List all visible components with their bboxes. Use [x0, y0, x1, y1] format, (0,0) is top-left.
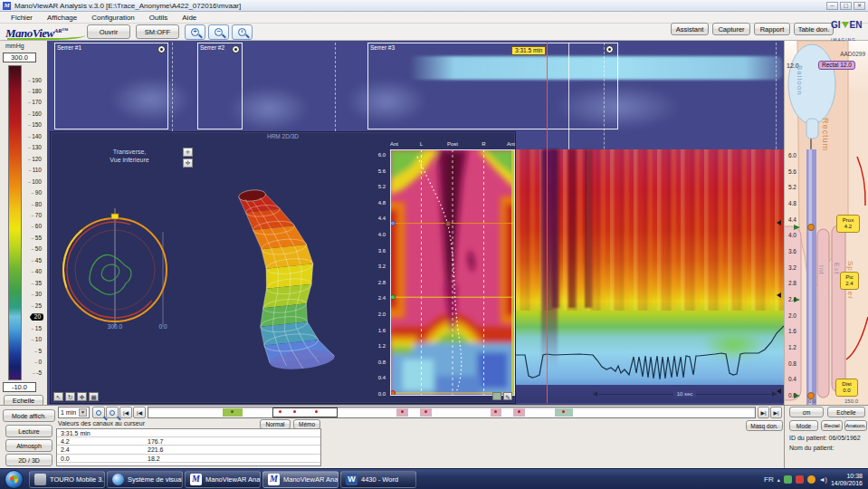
timeline-marker[interactable] [555, 408, 573, 417]
close-icon[interactable]: ✕ [854, 2, 865, 10]
sm-off-button[interactable]: SM:OFF [136, 24, 179, 39]
rapport-button[interactable]: Rapport [754, 23, 790, 35]
dist-badge[interactable]: Dist0.0 [835, 379, 858, 397]
sleeve-snapshot-icon[interactable] [492, 392, 501, 400]
interval-zoom-out-button[interactable] [106, 407, 119, 418]
taskbar-item-manoviewar-ana-[interactable]: MManoViewAR Ana... [262, 471, 339, 488]
scale-tick-150: 150 [28, 121, 42, 129]
anatomy-tick-2.4: 2.4 [784, 296, 796, 302]
echelle-right-button[interactable]: Echelle [827, 407, 865, 417]
timeline-marker[interactable] [491, 408, 501, 417]
region-settings-icon[interactable] [157, 45, 166, 53]
menu-fichier[interactable]: Fichier [4, 12, 40, 24]
language-indicator[interactable]: FR [764, 475, 774, 484]
timeline-view-window[interactable] [272, 408, 338, 417]
taskbar-item-4430-word[interactable]: W4430 - Word [340, 471, 416, 488]
rectal-badge[interactable]: Rectal 12.0 [818, 61, 855, 70]
timeline-marker[interactable] [420, 408, 432, 417]
region-serrer-1[interactable]: Serrer #1 [54, 43, 168, 129]
maximize-icon[interactable]: ▢ [840, 2, 852, 10]
menu-configuration[interactable]: Configuration [84, 12, 142, 24]
menu-affichage[interactable]: Affichage [40, 12, 84, 24]
channel-arrow-icon[interactable] [777, 388, 781, 394]
move-tool-icon[interactable]: ✥ [77, 392, 87, 401]
next-marker-button[interactable]: ▶| [758, 407, 769, 418]
network-icon[interactable] [784, 475, 792, 484]
pic-badge[interactable]: Pic2.4 [840, 272, 859, 290]
capturer-button[interactable]: Capturer [712, 23, 750, 35]
zoom-out-button[interactable]: − [208, 24, 229, 40]
prox-badge[interactable]: Prox4.2 [836, 215, 860, 233]
assistant-button[interactable]: Assistant [671, 23, 709, 35]
skip-end-button[interactable]: ▶| [770, 407, 782, 418]
menu-outils[interactable]: Outils [142, 12, 175, 24]
skip-start-button[interactable]: |◀ [119, 407, 132, 418]
cm-button[interactable]: cm [789, 407, 824, 417]
save-view-icon[interactable]: ▦ [89, 392, 99, 401]
sleeve-tick-3.6: 3.6 [378, 248, 386, 254]
zoom-previous-button[interactable]: ‹ [232, 24, 253, 40]
scale-tick-80: 80 [32, 201, 42, 208]
channel-arrow-icon[interactable] [777, 220, 781, 225]
sleeve-settings-icon[interactable]: ✎ [503, 392, 512, 400]
pressure-3d-mesh[interactable] [205, 176, 377, 384]
atmosph-button[interactable]: Atmosph [5, 439, 52, 452]
hrm-3d-window[interactable]: HRM 2D/3D Transverse,Vue inférieure ✛ ✜ … [50, 131, 516, 404]
scale-min-box[interactable]: -10.0 [3, 382, 36, 392]
mode-affich--button[interactable]: Mode affich. [3, 409, 55, 422]
anatomy-panel[interactable]: AAD0299 12.0 Rectal 12.0 Balloon Rectum … [784, 41, 868, 405]
pressure-heatmap[interactable]: 10 sec [516, 149, 784, 403]
scale-tick-110: 110 [28, 167, 42, 174]
region-serrer-2[interactable]: Serrer #2 [197, 43, 243, 129]
pointer-tool-icon[interactable]: ↖ [53, 392, 63, 401]
minimize-icon[interactable]: ─ [826, 2, 838, 10]
orientation-reset-icon[interactable]: ✜ [183, 158, 193, 168]
update-icon[interactable] [807, 475, 816, 484]
clock[interactable]: 10:3814/09/2016 [831, 473, 866, 487]
orientation-axes-icon[interactable]: ✛ [183, 148, 193, 157]
taskbar-item-syst-me-de-visual-[interactable]: Système de visual... [107, 471, 183, 488]
taskbar-item-manoviewar-ana-[interactable]: MManoViewAR Ana... [185, 471, 261, 488]
prev-marker-button[interactable]: |◀ [133, 407, 146, 418]
mode-button[interactable]: Mode [789, 420, 818, 431]
magnifier-icon [96, 410, 101, 416]
timeline-strip[interactable] [148, 407, 756, 418]
polar-axis-max: 300.0 [97, 323, 133, 330]
scale-max-box[interactable]: 300.0 [3, 53, 36, 62]
zoom-in-button[interactable]: + [185, 24, 205, 40]
tray-expand-icon[interactable]: ▴ [777, 476, 780, 483]
rotate-tool-icon[interactable]: ↻ [65, 392, 75, 401]
patient-name: Nom du patient: [789, 445, 834, 451]
table-don--button[interactable]: Table don. [794, 23, 834, 35]
anatomy-tick-0.0: 0.0 [784, 392, 796, 398]
action-center-icon[interactable] [796, 475, 804, 484]
timeline-marker[interactable] [396, 408, 408, 417]
region-settings-icon[interactable] [232, 45, 240, 53]
sleeve-pressure-map[interactable] [390, 149, 515, 396]
region-settings-icon[interactable] [606, 45, 614, 53]
interval-select[interactable]: 1 min▼ [58, 407, 90, 418]
channel-arrow-icon[interactable] [777, 292, 781, 298]
channel-row-3: 0.018.2 [57, 455, 320, 463]
lecture-button[interactable]: Lecture [5, 425, 52, 437]
time-cursor[interactable] [547, 43, 548, 403]
timeline-segment-green[interactable] [223, 408, 243, 417]
2d-3d-button[interactable]: 2D / 3D [5, 454, 52, 466]
start-button[interactable] [5, 470, 24, 489]
rectal-button[interactable]: Rectal [821, 420, 843, 431]
timeline-marker[interactable] [513, 408, 525, 417]
title-bar[interactable]: M ManoViewAR Analysis v.3.0 [E:\Trace_An… [0, 0, 868, 12]
taskbar-app-icon: M [190, 474, 202, 485]
volume-icon[interactable]: ◄) [819, 476, 827, 483]
region-serrer-3[interactable]: Serrer #3 [367, 43, 618, 129]
cursor-time-label[interactable]: 3:31.5 min [511, 46, 546, 55]
ouvrir-button[interactable]: Ouvrir [87, 24, 130, 39]
menu-aide[interactable]: Aide [175, 12, 204, 24]
scale-gradient-bar[interactable] [8, 65, 22, 380]
polar-cross-section[interactable] [55, 206, 177, 329]
sleeve-tick-3.2: 3.2 [378, 264, 386, 270]
masq-don-button[interactable]: Masq don. [746, 420, 783, 431]
taskbar-item-touro-mobile-3-[interactable]: TOURO Mobile 3... [29, 471, 105, 488]
anatom-button[interactable]: Anatom. [844, 420, 867, 431]
interval-zoom-in-button[interactable] [92, 407, 105, 418]
